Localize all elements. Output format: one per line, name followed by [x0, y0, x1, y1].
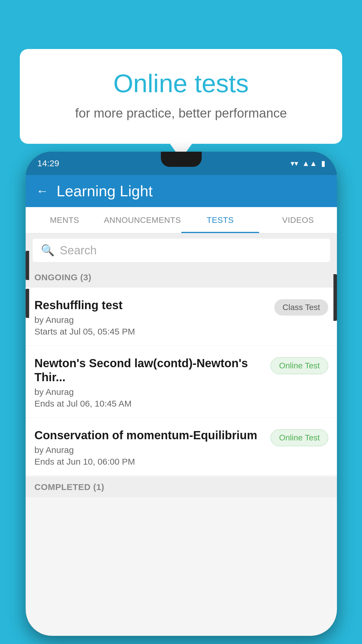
test-item[interactable]: Reshuffling test by Anurag Starts at Jul… — [26, 288, 337, 346]
test-list: Reshuffling test by Anurag Starts at Jul… — [26, 288, 337, 476]
search-placeholder: Search — [60, 244, 97, 257]
app-header: ← Learning Light — [26, 175, 337, 207]
test-item[interactable]: Conservation of momentum-Equilibrium by … — [26, 418, 337, 476]
ongoing-section-header: ONGOING (3) — [26, 267, 337, 288]
badge-online-test: Online Test — [270, 357, 328, 374]
promo-card: Online tests for more practice, better p… — [20, 49, 342, 144]
completed-section-header: COMPLETED (1) — [26, 477, 337, 497]
test-item-by: by Anurag — [34, 315, 268, 325]
status-icons: ▾▾ ▲▲ ▮ — [291, 159, 325, 168]
app-header-title: Learning Light — [57, 182, 153, 200]
test-item-title: Conservation of momentum-Equilibrium — [34, 428, 265, 442]
volume-up-button — [26, 251, 29, 280]
tab-bar: MENTS ANNOUNCEMENTS TESTS VIDEOS — [26, 207, 337, 233]
test-item-by: by Anurag — [34, 387, 265, 397]
test-item-content: Conservation of momentum-Equilibrium by … — [34, 428, 270, 467]
tab-ments[interactable]: MENTS — [26, 207, 103, 233]
volume-down-button — [26, 289, 29, 318]
test-item-date: Ends at Jun 10, 06:00 PM — [34, 457, 265, 467]
phone-frame: 14:29 ▾▾ ▲▲ ▮ ← Learning Light MENTS ANN… — [26, 152, 337, 636]
badge-class-test: Class Test — [274, 299, 328, 316]
search-icon: 🔍 — [41, 244, 55, 257]
wifi-icon: ▾▾ — [291, 159, 298, 168]
battery-icon: ▮ — [321, 159, 325, 168]
tab-videos[interactable]: VIDEOS — [259, 207, 337, 233]
tab-announcements[interactable]: ANNOUNCEMENTS — [103, 207, 181, 233]
test-item-by: by Anurag — [34, 445, 265, 455]
promo-title: Online tests — [37, 69, 325, 98]
phone-screen: ← Learning Light MENTS ANNOUNCEMENTS TES… — [26, 175, 337, 636]
phone-notch — [161, 152, 202, 167]
test-item-title: Newton's Second law(contd)-Newton's Thir… — [34, 356, 265, 384]
status-bar: 14:29 ▾▾ ▲▲ ▮ — [26, 152, 337, 175]
test-item-content: Reshuffling test by Anurag Starts at Jul… — [34, 298, 274, 337]
search-bar-container: 🔍 Search — [26, 233, 337, 267]
completed-section-label: COMPLETED (1) — [34, 482, 104, 492]
status-time: 14:29 — [37, 158, 59, 168]
test-item[interactable]: Newton's Second law(contd)-Newton's Thir… — [26, 346, 337, 418]
tab-tests[interactable]: TESTS — [181, 207, 259, 233]
promo-subtitle: for more practice, better performance — [37, 106, 325, 120]
signal-icon: ▲▲ — [302, 159, 317, 168]
power-button — [333, 274, 337, 321]
test-item-date: Ends at Jul 06, 10:45 AM — [34, 399, 265, 409]
test-item-content: Newton's Second law(contd)-Newton's Thir… — [34, 356, 270, 409]
test-item-date: Starts at Jul 05, 05:45 PM — [34, 327, 268, 337]
badge-online-test-2: Online Test — [270, 429, 328, 446]
search-bar[interactable]: 🔍 Search — [33, 239, 330, 262]
back-button[interactable]: ← — [36, 184, 48, 198]
test-item-title: Reshuffling test — [34, 298, 268, 312]
ongoing-section-label: ONGOING (3) — [34, 272, 92, 282]
